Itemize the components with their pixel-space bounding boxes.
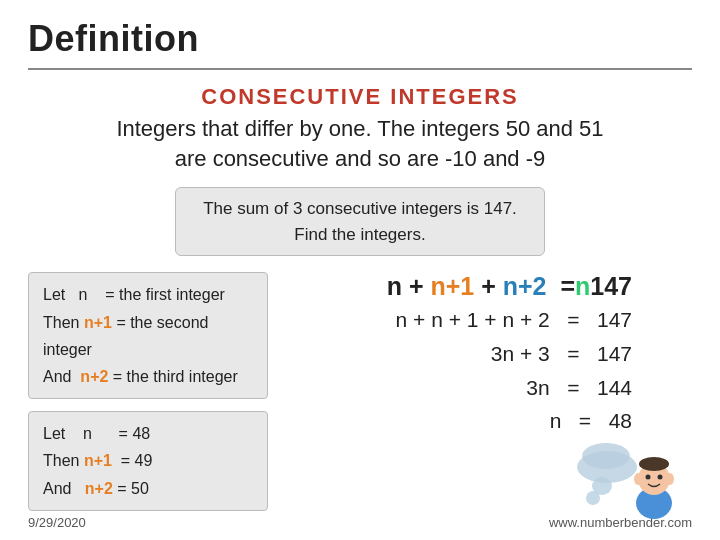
svg-point-6	[666, 473, 674, 485]
svg-point-5	[634, 473, 642, 485]
footer: 9/29/2020 www.numberbender.com	[28, 511, 692, 530]
problem-box: The sum of 3 consecutive integers is 147…	[175, 187, 545, 256]
eq-row-3: 3n + 3 = 147	[491, 337, 632, 371]
svg-point-2	[646, 475, 651, 480]
eq-row-2: n + n + 1 + n + 2 = 147	[396, 303, 632, 337]
problem-line2: Find the integers.	[294, 225, 425, 244]
consecutive-heading: CONSECUTIVE INTEGERS	[28, 84, 692, 110]
eq-row-5: n = 48	[550, 404, 632, 438]
equation-row-1: n + n+1 + n+2 =n147	[288, 272, 692, 301]
left-column: Let n = the first integer Then n+1 = the…	[28, 272, 268, 511]
definition-text: Integers that differ by one. The integer…	[28, 114, 692, 173]
title-divider	[28, 68, 692, 70]
main-content: Let n = the first integer Then n+1 = the…	[28, 272, 692, 511]
page-title: Definition	[28, 18, 692, 60]
right-column: n + n+1 + n+2 =n147 n + n + 1 + n + 2 = …	[278, 272, 692, 511]
solution-box: Let n = 48 Then n+1 = 49 And n+2 = 50	[28, 411, 268, 511]
definition-line1: Integers that differ by one. The integer…	[116, 116, 603, 141]
solution-line2: Then n+1 = 49	[43, 447, 253, 474]
var-definitions-box: Let n = the first integer Then n+1 = the…	[28, 272, 268, 399]
page-container: Definition CONSECUTIVE INTEGERS Integers…	[0, 0, 720, 540]
svg-point-3	[658, 475, 663, 480]
cartoon-figure	[617, 441, 692, 521]
eq-row-4: 3n = 144	[526, 371, 632, 405]
solution-line1: Let n = 48	[43, 420, 253, 447]
equations-block: n + n + 1 + n + 2 = 147 3n + 3 = 147 3n …	[288, 303, 692, 437]
cloud-tail2	[586, 491, 600, 505]
definition-line2: are consecutive and so are -10 and -9	[175, 146, 546, 171]
solution-line3: And n+2 = 50	[43, 475, 253, 502]
footer-date: 9/29/2020	[28, 515, 86, 530]
var-def-line1: Let n = the first integer	[43, 281, 253, 308]
var-def-line2: Then n+1 = the second integer	[43, 309, 253, 363]
problem-line1: The sum of 3 consecutive integers is 147…	[203, 199, 517, 218]
var-def-line3: And n+2 = the third integer	[43, 363, 253, 390]
svg-point-4	[639, 457, 669, 471]
